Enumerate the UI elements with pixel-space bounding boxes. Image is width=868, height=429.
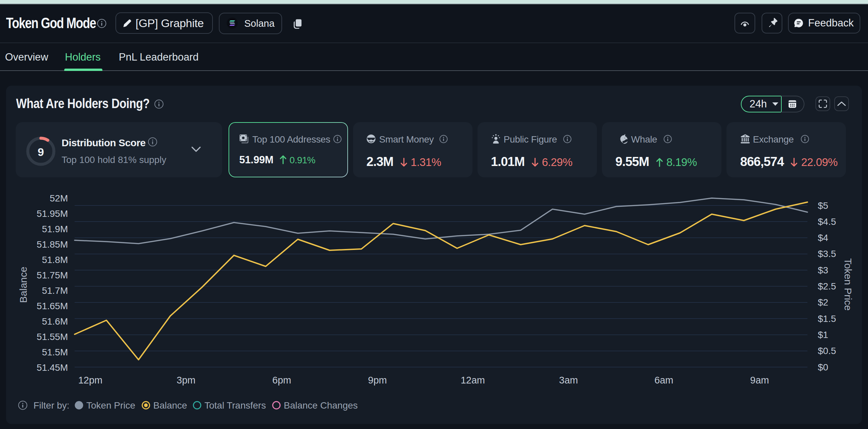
svg-text:3pm: 3pm — [177, 375, 195, 386]
svg-text:$2.5: $2.5 — [818, 281, 836, 292]
svg-text:$1: $1 — [818, 330, 828, 340]
svg-text:12am: 12am — [461, 375, 485, 386]
svg-text:12pm: 12pm — [78, 375, 103, 386]
svg-text:$0: $0 — [818, 362, 828, 372]
svg-text:$4: $4 — [818, 233, 828, 243]
svg-text:9pm: 9pm — [368, 375, 387, 386]
svg-text:51.6M: 51.6M — [42, 316, 68, 327]
svg-text:52M: 52M — [50, 193, 68, 204]
svg-text:Token Price: Token Price — [843, 258, 854, 311]
svg-text:51.9M: 51.9M — [42, 224, 68, 234]
svg-text:51.5M: 51.5M — [42, 347, 68, 358]
svg-text:51.45M: 51.45M — [37, 362, 68, 373]
svg-text:3am: 3am — [559, 375, 578, 386]
svg-text:$3.5: $3.5 — [818, 249, 836, 259]
svg-text:9am: 9am — [750, 375, 769, 386]
svg-text:51.7M: 51.7M — [42, 285, 68, 296]
svg-text:Balance: Balance — [18, 267, 29, 303]
svg-text:$0.5: $0.5 — [818, 346, 836, 356]
svg-text:$3: $3 — [818, 265, 828, 275]
svg-text:51.85M: 51.85M — [37, 239, 68, 250]
svg-text:51.75M: 51.75M — [37, 270, 68, 280]
svg-text:51.8M: 51.8M — [42, 255, 68, 265]
svg-text:6am: 6am — [654, 375, 673, 386]
svg-text:51.65M: 51.65M — [37, 301, 68, 311]
svg-text:51.95M: 51.95M — [37, 209, 68, 219]
svg-text:$1.5: $1.5 — [818, 313, 836, 324]
svg-text:6pm: 6pm — [272, 375, 291, 386]
svg-text:$4.5: $4.5 — [818, 216, 836, 227]
svg-text:$2: $2 — [818, 297, 828, 308]
svg-text:$5: $5 — [818, 201, 828, 211]
svg-text:51.55M: 51.55M — [37, 332, 68, 342]
